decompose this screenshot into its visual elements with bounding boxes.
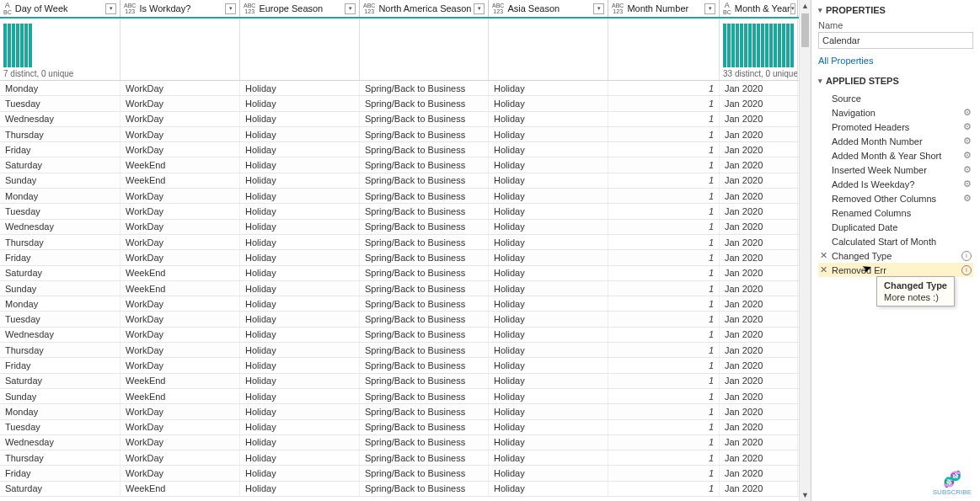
cell[interactable]: Holiday (240, 482, 360, 496)
cell[interactable]: WorkDay (120, 81, 240, 95)
cell[interactable]: WeekEnd (120, 482, 240, 496)
any-type-icon[interactable] (244, 3, 255, 14)
cell[interactable]: Saturday (0, 482, 120, 496)
any-type-icon[interactable] (612, 3, 624, 14)
cell[interactable]: Holiday (240, 358, 360, 372)
cell[interactable]: 1 (608, 482, 720, 496)
column-header[interactable]: Month Number▾ (608, 0, 720, 17)
cell[interactable]: WorkDay (120, 466, 240, 480)
cell[interactable]: 1 (608, 142, 720, 157)
table-row[interactable]: SaturdayWeekEndHolidaySpring/Back to Bus… (0, 374, 799, 389)
cell[interactable]: 1 (608, 374, 720, 388)
applied-step[interactable]: Inserted Week Number⚙ (818, 163, 973, 177)
cell[interactable]: Holiday (240, 296, 360, 311)
cell[interactable]: Jan 2020 (720, 112, 798, 126)
gear-icon[interactable]: ⚙ (963, 193, 972, 204)
column-header[interactable]: Is Workday?▾ (120, 0, 240, 17)
cell[interactable]: 1 (608, 358, 720, 372)
cell[interactable]: Holiday (240, 142, 360, 157)
cell[interactable]: WorkDay (120, 204, 240, 218)
cell[interactable]: Holiday (489, 296, 608, 311)
cell[interactable]: 1 (608, 466, 720, 480)
cell[interactable]: Jan 2020 (720, 81, 798, 95)
cell[interactable]: Jan 2020 (720, 250, 798, 264)
column-filter-dropdown[interactable]: ▾ (790, 3, 795, 14)
cell[interactable]: Tuesday (0, 96, 120, 110)
cell[interactable]: WeekEnd (120, 173, 240, 188)
applied-step[interactable]: Source (818, 91, 973, 105)
cell[interactable]: WorkDay (120, 250, 240, 264)
cell[interactable]: Holiday (240, 96, 360, 110)
cell[interactable]: Jan 2020 (720, 328, 798, 342)
scroll-thumb[interactable] (801, 13, 809, 47)
cell[interactable]: Spring/Back to Business (360, 173, 489, 188)
table-row[interactable]: FridayWorkDayHolidaySpring/Back to Busin… (0, 466, 799, 481)
cell[interactable]: WorkDay (120, 358, 240, 372)
cell[interactable]: Jan 2020 (720, 266, 798, 280)
cell[interactable]: Holiday (240, 220, 360, 234)
cell[interactable]: Spring/Back to Business (360, 358, 489, 372)
applied-step[interactable]: Navigation⚙ (818, 105, 973, 120)
table-row[interactable]: SaturdayWeekEndHolidaySpring/Back to Bus… (0, 482, 799, 497)
cell[interactable]: Holiday (240, 466, 360, 480)
cell[interactable]: Holiday (489, 127, 608, 141)
cell[interactable]: WorkDay (120, 127, 240, 141)
cell[interactable]: Spring/Back to Business (360, 250, 489, 264)
column-header[interactable]: Month & Year▾ (720, 0, 798, 17)
applied-step[interactable]: ✕Changed Typei (818, 248, 973, 263)
column-header[interactable]: North America Season▾ (360, 0, 489, 17)
cell[interactable]: Holiday (240, 328, 360, 342)
cell[interactable]: Holiday (489, 250, 608, 264)
delete-step-icon[interactable]: ✕ (820, 264, 827, 275)
cell[interactable]: Jan 2020 (720, 435, 798, 450)
cell[interactable]: 1 (608, 81, 720, 95)
cell[interactable]: 1 (608, 296, 720, 311)
any-type-icon[interactable] (363, 3, 375, 14)
cell[interactable]: Holiday (240, 173, 360, 188)
cell[interactable]: Thursday (0, 127, 120, 141)
info-icon[interactable]: i (961, 251, 972, 261)
cell[interactable]: Spring/Back to Business (360, 281, 489, 296)
cell[interactable]: Friday (0, 358, 120, 372)
cell[interactable]: Holiday (489, 466, 608, 480)
gear-icon[interactable]: ⚙ (963, 136, 972, 147)
cell[interactable]: Tuesday (0, 204, 120, 218)
cell[interactable]: Holiday (489, 374, 608, 388)
cell[interactable]: 1 (608, 112, 720, 126)
cell[interactable]: Holiday (240, 312, 360, 326)
cell[interactable]: 1 (608, 189, 720, 203)
cell[interactable]: Jan 2020 (720, 157, 798, 172)
table-row[interactable]: TuesdayWorkDayHolidaySpring/Back to Busi… (0, 420, 799, 435)
table-row[interactable]: FridayWorkDayHolidaySpring/Back to Busin… (0, 358, 799, 373)
cell[interactable]: Holiday (240, 420, 360, 434)
cell[interactable]: Holiday (489, 220, 608, 234)
cell[interactable]: Holiday (489, 235, 608, 249)
cell[interactable]: Holiday (240, 343, 360, 357)
table-row[interactable]: MondayWorkDayHolidaySpring/Back to Busin… (0, 81, 799, 96)
applied-step[interactable]: Promoted Headers⚙ (818, 120, 973, 134)
cell[interactable]: WeekEnd (120, 374, 240, 388)
cell[interactable]: WorkDay (120, 96, 240, 110)
cell[interactable]: 1 (608, 250, 720, 264)
cell[interactable]: Holiday (489, 112, 608, 126)
table-row[interactable]: TuesdayWorkDayHolidaySpring/Back to Busi… (0, 312, 799, 327)
cell[interactable]: Jan 2020 (720, 296, 798, 311)
cell[interactable]: Spring/Back to Business (360, 450, 489, 465)
table-row[interactable]: SaturdayWeekEndHolidaySpring/Back to Bus… (0, 157, 799, 173)
cell[interactable]: Holiday (489, 389, 608, 403)
cell[interactable]: WorkDay (120, 189, 240, 203)
cell[interactable]: Holiday (240, 450, 360, 465)
applied-step[interactable]: Duplicated Date (818, 220, 973, 234)
cell[interactable]: Wednesday (0, 112, 120, 126)
cell[interactable]: WorkDay (120, 235, 240, 249)
cell[interactable]: Jan 2020 (720, 482, 798, 496)
cell[interactable]: WeekEnd (120, 157, 240, 172)
cell[interactable]: Holiday (489, 266, 608, 280)
query-name-input[interactable] (818, 32, 973, 49)
cell[interactable]: Spring/Back to Business (360, 374, 489, 388)
cell[interactable]: Thursday (0, 450, 120, 465)
cell[interactable]: 1 (608, 312, 720, 326)
cell[interactable]: 1 (608, 404, 720, 418)
applied-step[interactable]: Renamed Columns (818, 205, 973, 220)
table-row[interactable]: TuesdayWorkDayHolidaySpring/Back to Busi… (0, 96, 799, 111)
